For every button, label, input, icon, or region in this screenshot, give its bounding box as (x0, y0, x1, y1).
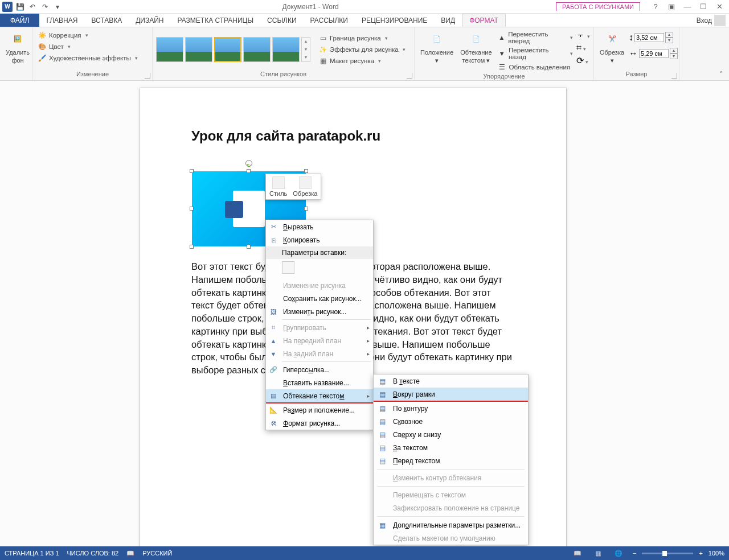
maximize-icon[interactable]: ☐ (698, 2, 708, 11)
gallery-more-button[interactable]: ▴▾▾ (301, 37, 310, 62)
proofing-icon[interactable]: 📖 (126, 550, 134, 557)
tab-home[interactable]: ГЛАВНАЯ (39, 14, 84, 27)
picture-styles-gallery[interactable]: ▴▾▾ (156, 37, 310, 62)
ctx-copy[interactable]: ⎘Копировать (266, 233, 373, 246)
close-icon[interactable]: ✕ (714, 2, 724, 11)
front-icon: ▲ (268, 336, 279, 345)
tab-design[interactable]: ДИЗАЙН (129, 14, 170, 27)
color-button[interactable]: 🎨Цвет (36, 42, 72, 52)
resize-handle[interactable] (247, 245, 251, 249)
status-page[interactable]: СТРАНИЦА 1 ИЗ 1 (5, 550, 59, 557)
wrap-square[interactable]: ▤Вокруг рамки (374, 388, 528, 401)
remove-background-button[interactable]: 🖼️ Удалить фон (3, 28, 32, 65)
zoom-slider[interactable] (642, 553, 693, 554)
resize-handle[interactable] (247, 169, 251, 173)
zoom-in-icon[interactable]: + (699, 550, 702, 557)
view-read-icon[interactable]: 📖 (571, 550, 584, 557)
tab-review[interactable]: РЕЦЕНЗИРОВАНИЕ (355, 14, 434, 27)
view-web-icon[interactable]: 🌐 (612, 550, 625, 557)
qat-dropdown-icon[interactable]: ▾ (52, 2, 63, 12)
styles-launcher-icon[interactable] (407, 73, 412, 79)
zoom-out-icon[interactable]: − (633, 550, 636, 557)
resize-handle[interactable] (304, 169, 308, 173)
minimize-icon[interactable]: — (682, 2, 693, 11)
wrap-topbottom[interactable]: ▤Сверху и снизу (374, 428, 528, 441)
rotation-handle[interactable] (245, 160, 252, 167)
tab-mailings[interactable]: РАССЫЛКИ (304, 14, 355, 27)
adjust-launcher-icon[interactable] (145, 73, 150, 79)
wrap-through[interactable]: ▤Сквозное (374, 415, 528, 428)
ctx-save-as-picture[interactable]: Сохранить как рисунок... (266, 292, 373, 305)
link-icon: 🔗 (268, 365, 279, 374)
status-language[interactable]: РУССКИЙ (142, 550, 172, 557)
ctx-wrap-text[interactable]: ▤Обтекание текстом▸ (266, 389, 373, 402)
undo-icon[interactable]: ↶ (27, 2, 38, 12)
tab-format[interactable]: ФОРМАТ (462, 14, 506, 27)
artistic-icon: 🖌️ (38, 53, 47, 63)
tight-icon: ▤ (377, 404, 387, 413)
help-icon[interactable]: ? (650, 2, 661, 11)
send-backward-button[interactable]: ▼Переместить назад (497, 46, 574, 61)
save-icon[interactable]: 💾 (15, 2, 25, 12)
redo-icon[interactable]: ↷ (40, 2, 50, 12)
style-thumb[interactable] (185, 37, 212, 62)
artistic-effects-button[interactable]: 🖌️Художественные эффекты (36, 53, 139, 63)
wrap-behind[interactable]: ▤За текстом (374, 441, 528, 454)
ctx-format-picture[interactable]: 🛠Формат рисунка... (266, 417, 373, 430)
tab-file[interactable]: ФАЙЛ (0, 14, 39, 27)
user-avatar-icon[interactable] (714, 15, 726, 26)
ctx-cut[interactable]: ✂Вырезать (266, 220, 373, 233)
wrap-edit-points: Изменить контур обтекания (374, 471, 528, 484)
ctx-insert-caption[interactable]: Вставить название... (266, 376, 373, 389)
tab-references[interactable]: ССЫЛКИ (260, 14, 303, 27)
ctx-change-picture[interactable]: 🖼Изменить рисунок... (266, 305, 373, 318)
through-icon: ▤ (377, 417, 387, 426)
tab-insert[interactable]: ВСТАВКА (84, 14, 129, 27)
wrap-front[interactable]: ▤Перед текстом (374, 454, 528, 467)
wrap-more-layout[interactable]: ▦Дополнительные параметры разметки... (374, 518, 528, 532)
view-print-icon[interactable]: ▥ (592, 550, 604, 557)
zoom-value[interactable]: 100% (708, 550, 724, 557)
size-launcher-icon[interactable] (671, 73, 677, 79)
crop-button[interactable]: ✂️Обрезка▾ (597, 28, 626, 65)
resize-handle[interactable] (190, 245, 194, 249)
rotate-icon[interactable]: ⟳ (576, 55, 590, 66)
picture-effects-button[interactable]: ✨Эффекты для рисунка (317, 44, 407, 55)
style-thumb[interactable] (243, 37, 271, 62)
status-wordcount[interactable]: ЧИСЛО СЛОВ: 82 (67, 550, 119, 557)
paste-option-button[interactable] (282, 261, 294, 274)
wrap-text-button[interactable]: 📄Обтеканиетекстом ▾ (458, 28, 494, 65)
wrap-icon: ▤ (268, 392, 279, 401)
picture-border-button[interactable]: ▭Граница рисунка (317, 33, 407, 43)
corrections-icon: ☀️ (38, 31, 47, 40)
back-icon: ▼ (268, 349, 279, 359)
style-thumb[interactable] (156, 37, 183, 62)
wrap-inline[interactable]: ▤В тексте (374, 374, 528, 388)
height-field[interactable]: ↕▲▼ (629, 32, 678, 43)
zoom-control[interactable]: − + 100% (633, 550, 724, 557)
group-icon[interactable]: ⌗ (576, 43, 590, 53)
resize-handle[interactable] (304, 207, 308, 211)
ctx-size-position[interactable]: 📐Размер и положение... (266, 403, 373, 417)
style-thumb-selected[interactable] (214, 37, 241, 62)
collapse-ribbon-icon[interactable]: ˄ (719, 70, 723, 79)
corrections-button[interactable]: ☀️Коррекция (36, 30, 89, 40)
tab-view[interactable]: ВИД (434, 14, 462, 27)
resize-handle[interactable] (190, 207, 194, 211)
tab-page-layout[interactable]: РАЗМЕТКА СТРАНИЦЫ (171, 14, 261, 27)
resize-handle[interactable] (190, 169, 194, 173)
wrap-submenu: ▤В тексте ▤Вокруг рамки ▤По контуру ▤Скв… (373, 374, 529, 545)
style-thumb[interactable] (272, 37, 300, 62)
position-button[interactable]: 📄Положение▾ (418, 28, 456, 65)
ctx-hyperlink[interactable]: 🔗Гиперссылка... (266, 363, 373, 376)
mini-style-button[interactable]: Стиль (269, 176, 287, 197)
login-label[interactable]: Вход (697, 17, 712, 24)
ribbon-display-icon[interactable]: ▣ (666, 2, 677, 11)
width-field[interactable]: ↔▲▼ (629, 48, 678, 59)
align-icon[interactable]: ⫟ (576, 30, 590, 40)
mini-crop-button[interactable]: Обрезка (293, 176, 317, 197)
selection-pane-button[interactable]: ☰Область выделения (497, 62, 574, 72)
wrap-tight[interactable]: ▤По контуру (374, 402, 528, 415)
picture-layout-button[interactable]: ▦Макет рисунка (317, 56, 407, 66)
bring-forward-button[interactable]: ▲Переместить вперед (497, 30, 574, 45)
